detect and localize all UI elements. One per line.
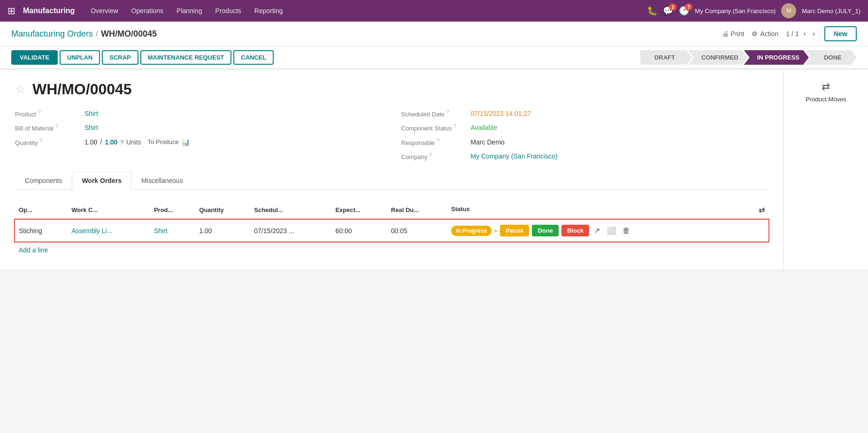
bom-row: Bill of Material ? Shirt — [15, 123, 383, 132]
star-icon[interactable]: ☆ — [15, 82, 26, 97]
action-button[interactable]: ⚙ Action — [752, 30, 778, 38]
company-value[interactable]: My Company (San Francisco) — [471, 152, 558, 160]
product-help[interactable]: ? — [38, 109, 40, 115]
print-label: Print — [731, 30, 745, 38]
tablet-icon[interactable]: ⬜ — [605, 225, 618, 236]
unplan-button[interactable]: UNPLAN — [60, 50, 100, 65]
nav-products[interactable]: Products — [211, 5, 246, 16]
pagination-text: 1 / 1 — [786, 30, 799, 38]
new-button[interactable]: New — [824, 26, 857, 41]
app-name[interactable]: Manufacturing — [23, 7, 75, 15]
company-name[interactable]: My Company (San Francisco) — [695, 8, 776, 15]
breadcrumb-bar: Manufacturing Orders / WH/MO/00045 🖨 Pri… — [0, 22, 868, 46]
status-done[interactable]: DONE — [805, 50, 857, 65]
component-status-value: Available — [471, 124, 498, 131]
form-header: ☆ WH/MO/00045 Product ? Shirt — [0, 69, 784, 201]
action-label: Action — [760, 30, 778, 38]
cell-real-duration: 00:05 — [387, 220, 447, 242]
next-button[interactable]: › — [811, 29, 817, 39]
pause-button[interactable]: Pause — [500, 225, 529, 236]
table-row: Stiching Assembly Li... Shirt 1.00 07/15… — [15, 220, 768, 242]
status-draft[interactable]: DRAFT — [640, 50, 692, 65]
qty-label: Quantity ? — [15, 138, 81, 146]
scheduled-date-row: Scheduled Date ? 07/15/2023 14:01:27 — [401, 109, 769, 118]
product-label: Product ? — [15, 109, 81, 118]
company-label: Company ? — [401, 152, 467, 160]
clock-icon[interactable]: 🕐 7 — [679, 6, 689, 16]
tabs-bar: Components Work Orders Miscellaneous — [15, 172, 768, 190]
qty-slash: / — [100, 138, 102, 146]
nav-planning[interactable]: Planning — [172, 5, 207, 16]
user-name[interactable]: Marc Demo (JULY_1) — [802, 8, 860, 15]
content-top-row: ☆ WH/MO/00045 Product ? Shirt — [0, 69, 868, 270]
status-inprogress[interactable]: IN PROGRESS — [744, 50, 809, 65]
product-moves-sidebar: ⇄ Product Moves — [784, 69, 868, 270]
qty-help[interactable]: ? — [39, 138, 42, 144]
breadcrumb-actions: 🖨 Print ⚙ Action 1 / 1 ‹ › New — [722, 26, 857, 41]
bug-icon[interactable]: 🐛 — [647, 6, 657, 16]
breadcrumb-parent[interactable]: Manufacturing Orders — [11, 29, 93, 39]
col-quantity: Quantity — [195, 201, 250, 220]
component-status-label: Component Status ? — [401, 123, 467, 132]
block-button[interactable]: Block — [561, 225, 589, 236]
cell-scheduled: 07/15/2023 ... — [250, 220, 331, 242]
chat-icon[interactable]: 💬 2 — [663, 6, 673, 16]
scheduled-help[interactable]: ? — [446, 109, 449, 115]
qty-editable[interactable]: 1.00 — [105, 138, 117, 146]
delete-row-icon[interactable]: 🗑 — [621, 226, 632, 236]
maintenance-request-button[interactable]: MAINTENANCE REQUEST — [140, 50, 232, 65]
status-trail: DRAFT CONFIRMED IN PROGRESS DONE — [640, 50, 857, 65]
responsible-label: Responsible ? — [401, 138, 467, 146]
responsible-help[interactable]: ? — [437, 138, 439, 144]
pagination: 1 / 1 ‹ › — [786, 29, 817, 39]
chart-icon[interactable]: 📊 — [182, 138, 190, 146]
col-expected: Expect... — [331, 201, 387, 220]
sort-icon[interactable]: ⇄ — [759, 205, 765, 214]
status-dot: ● — [494, 228, 497, 233]
gear-icon: ⚙ — [752, 30, 758, 38]
scheduled-date-label: Scheduled Date ? — [401, 109, 467, 118]
validate-button[interactable]: VALIDATE — [11, 50, 58, 65]
page-wrapper: ⊞ Manufacturing Overview Operations Plan… — [0, 0, 868, 433]
breadcrumb-current: WH/MO/00045 — [101, 29, 157, 39]
qty-row: Quantity ? 1.00 / 1.00 ? Units To Produc… — [15, 138, 383, 146]
cell-status: In Progress ● Pause Done Block ↗ ⬜ 🗑 — [447, 220, 768, 242]
record-header: ☆ WH/MO/00045 — [15, 81, 768, 98]
main-form-area: ☆ WH/MO/00045 Product ? Shirt — [0, 69, 784, 270]
qty-unit: Units — [126, 138, 141, 146]
cancel-button[interactable]: CANCEL — [233, 50, 274, 65]
tab-components[interactable]: Components — [15, 172, 72, 190]
tab-work-orders[interactable]: Work Orders — [72, 172, 131, 190]
cell-work-center[interactable]: Assembly Li... — [68, 220, 150, 242]
record-title: WH/MO/00045 — [32, 81, 132, 98]
tab-miscellaneous[interactable]: Miscellaneous — [131, 172, 193, 190]
cell-product[interactable]: Shirt — [150, 220, 195, 242]
component-help[interactable]: ? — [453, 123, 456, 129]
responsible-value[interactable]: Marc Demo — [471, 138, 505, 146]
app-grid-icon[interactable]: ⊞ — [8, 5, 15, 16]
nav-reporting[interactable]: Reporting — [250, 5, 288, 16]
print-button[interactable]: 🖨 Print — [722, 30, 745, 38]
company-help[interactable]: ? — [429, 152, 432, 158]
breadcrumb: Manufacturing Orders / WH/MO/00045 — [11, 29, 157, 39]
done-button[interactable]: Done — [532, 225, 559, 236]
bom-label: Bill of Material ? — [15, 123, 81, 132]
qty-unit-help[interactable]: ? — [120, 139, 123, 145]
qty-value: 1.00 — [84, 138, 97, 146]
status-confirmed[interactable]: CONFIRMED — [688, 50, 748, 65]
external-link-icon[interactable]: ↗ — [592, 225, 602, 236]
scheduled-date-value[interactable]: 07/15/2023 14:01:27 — [471, 110, 531, 117]
bom-value[interactable]: Shirt — [84, 124, 98, 131]
scrap-button[interactable]: SCRAP — [102, 50, 138, 65]
bom-help[interactable]: ? — [55, 123, 58, 129]
add-line-button[interactable]: Add a line — [15, 242, 52, 258]
print-icon: 🖨 — [722, 30, 729, 38]
product-value[interactable]: Shirt — [84, 110, 98, 117]
col-real-duration: Real Du... — [387, 201, 447, 220]
product-moves-button[interactable]: ⇄ Product Moves — [806, 81, 846, 103]
nav-overview[interactable]: Overview — [86, 5, 123, 16]
prev-button[interactable]: ‹ — [802, 29, 808, 39]
nav-operations[interactable]: Operations — [127, 5, 168, 16]
table-header-row: Op... Work C... Prod... Quantity Schedul… — [15, 201, 768, 220]
avatar[interactable]: M — [781, 3, 796, 18]
